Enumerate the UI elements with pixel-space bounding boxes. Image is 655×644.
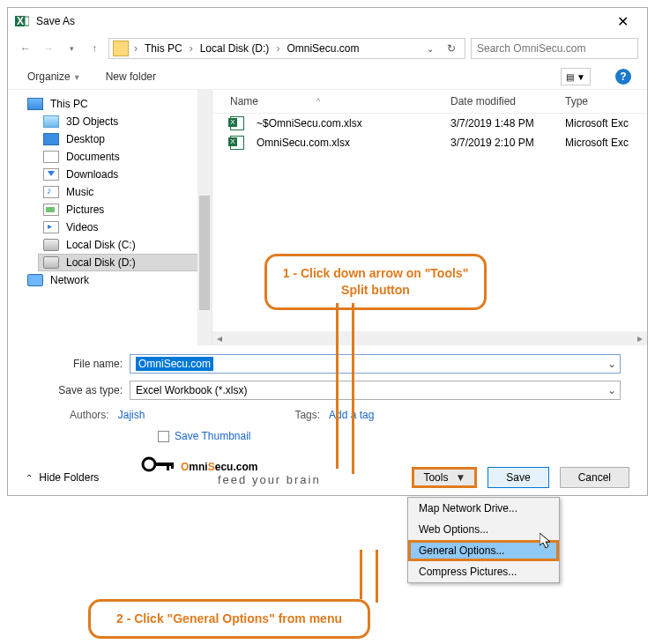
tree-item-local-disk-c-[interactable]: Local Disk (C:) [38,236,212,254]
hide-folders-button[interactable]: ⌃ Hide Folders [26,471,99,484]
nav-tree[interactable]: This PC3D ObjectsDesktopDocumentsDownloa… [8,90,212,345]
save-form: File name: OmniSecu.com ⌄ Save as type: … [8,345,647,446]
save-thumbnail-label: Save Thumbnail [175,430,251,442]
history-dropdown[interactable]: ▾ [63,40,80,57]
file-row[interactable]: ~$OmniSecu.com.xlsx3/7/2019 1:48 PMMicro… [212,114,647,133]
tree-icon [43,186,59,198]
authors-label: Authors: [70,409,109,421]
tree-label: 3D Objects [66,115,118,128]
svg-text:X: X [17,15,24,27]
menu-map-network-drive[interactable]: Map Network Drive... [408,498,559,519]
tree-label: Downloads [66,168,118,181]
svg-rect-2 [25,17,29,26]
tree-label: Documents [66,151,120,163]
save-type-label: Save as type: [34,384,130,396]
callout-connector [376,550,378,603]
scrollbar-thumb[interactable] [199,196,210,310]
tree-label: Pictures [66,204,104,216]
col-date[interactable]: Date modified [450,95,565,107]
tree-label: Network [50,274,89,286]
menu-general-options[interactable]: General Options... [408,540,559,561]
tree-label: This PC [50,98,88,110]
callout-step-2: 2 - Click "General Options" from menu [88,599,370,639]
file-name: ~$OmniSecu.com.xlsx [257,117,362,130]
tree-item-network[interactable]: Network [22,271,212,289]
callout-connector [360,550,362,599]
toolbar: Organize▼ New folder ▤ ▼ ? [8,63,647,90]
tree-icon [43,115,59,128]
callout-connector [352,303,354,474]
dialog-title: Save As [36,15,605,27]
tree-item-desktop[interactable]: Desktop [38,130,212,148]
chevron-up-icon: ⌃ [26,473,33,483]
chevron-down-icon[interactable]: ⌄ [604,384,620,396]
tree-label: Desktop [66,133,105,145]
horizontal-scrollbar[interactable]: ◂ ▸ [212,331,647,345]
crumb-drive[interactable]: Local Disk (D:) [198,42,272,55]
tree-item-pictures[interactable]: Pictures [38,201,212,218]
svg-rect-4 [154,463,174,466]
chevron-down-icon[interactable]: ▼ [455,471,465,484]
file-date: 3/7/2019 2:10 PM [450,137,565,149]
search-box[interactable] [471,38,638,59]
view-options-button[interactable]: ▤ ▼ [561,68,591,85]
tree-icon [43,221,59,233]
column-headers[interactable]: Name^ Date modified Type [212,90,647,114]
save-button[interactable]: Save [488,467,548,488]
crumb-folder[interactable]: OmniSecu.com [285,42,361,55]
tools-split-button[interactable]: Tools▼ [412,467,477,488]
file-name: OmniSecu.com.xlsx [257,137,350,149]
file-type: Microsoft Exc [565,117,647,130]
tree-item-downloads[interactable]: Downloads [38,166,212,183]
tree-item-3d-objects[interactable]: 3D Objects [38,113,212,130]
file-row[interactable]: OmniSecu.com.xlsx3/7/2019 2:10 PMMicroso… [212,133,647,152]
cancel-button[interactable]: Cancel [560,467,629,488]
file-date: 3/7/2019 1:48 PM [450,117,565,130]
forward-button[interactable]: → [40,40,57,57]
scroll-left-button[interactable]: ◂ [212,331,227,345]
up-button[interactable]: ↑ [86,40,103,57]
tree-icon [43,256,59,269]
close-button[interactable]: ✕ [605,13,640,30]
authors-value[interactable]: Jajish [118,409,145,421]
bottom-button-row: ⌃ Hide Folders Tools▼ Save Cancel [8,467,647,488]
tree-label: Videos [66,221,98,233]
search-input[interactable] [477,42,632,55]
tree-item-this-pc[interactable]: This PC [22,95,212,113]
col-name[interactable]: Name^ [230,95,450,107]
tree-scrollbar[interactable] [197,90,212,345]
address-bar[interactable]: › This PC › Local Disk (D:) › OmniSecu.c… [108,38,465,59]
tree-item-music[interactable]: Music [38,183,212,201]
chevron-right-icon: › [186,42,197,55]
save-as-dialog: X Save As ✕ ← → ▾ ↑ › This PC › Local Di… [7,7,648,496]
organize-button[interactable]: Organize▼ [27,70,81,83]
sort-asc-icon: ^ [316,97,320,106]
filename-field[interactable]: OmniSecu.com ⌄ [130,354,621,374]
crumb-root[interactable]: This PC [143,42,184,55]
back-button[interactable]: ← [17,40,34,57]
col-type[interactable]: Type [565,95,647,107]
address-dropdown[interactable]: ⌄ [421,41,440,56]
file-type: Microsoft Exc [565,137,647,149]
save-thumbnail-checkbox[interactable] [158,431,169,442]
excel-app-icon: X [15,14,29,28]
tags-label: Tags: [294,409,320,421]
tree-item-documents[interactable]: Documents [38,148,212,166]
tree-icon [43,151,59,163]
chevron-down-icon[interactable]: ⌄ [604,358,620,370]
new-folder-button[interactable]: New folder [106,70,156,83]
tree-icon [27,274,43,286]
tree-label: Local Disk (C:) [66,239,136,251]
menu-web-options[interactable]: Web Options... [408,519,559,540]
folder-icon [113,41,129,56]
scroll-right-button[interactable]: ▸ [633,331,647,345]
tree-item-videos[interactable]: Videos [38,218,212,236]
save-type-combo[interactable]: Excel Workbook (*.xlsx) ⌄ [130,381,621,400]
refresh-button[interactable]: ↻ [442,41,461,56]
tree-item-local-disk-d-[interactable]: Local Disk (D:) [38,254,212,271]
tree-icon [43,239,59,251]
help-button[interactable]: ? [615,69,631,85]
excel-file-icon [230,136,244,150]
tree-label: Music [66,186,93,198]
menu-compress-pictures[interactable]: Compress Pictures... [408,561,559,582]
